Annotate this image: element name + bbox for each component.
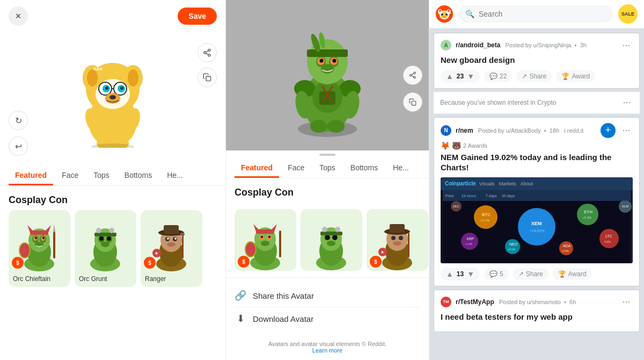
svg-line-97 bbox=[412, 74, 414, 75]
middle-tab-head[interactable]: He... bbox=[386, 159, 415, 178]
feed-meta-nem: r/nem Posted by u/AttackBody • 18h i.red… bbox=[456, 127, 596, 134]
svg-text:30 days
            100 days
 : 30 days 100 days 1 year Market Cap CoinP… bbox=[502, 194, 515, 198]
download-avatar-label: Download Avatar bbox=[253, 314, 313, 323]
sale-badge[interactable]: SALE bbox=[618, 4, 638, 24]
comments-button-nem[interactable]: 💬 5 bbox=[484, 268, 509, 280]
rotate-button[interactable]: ↻ bbox=[9, 111, 28, 130]
svg-text:7 days: 7 days bbox=[486, 194, 497, 198]
posted-by: Posted by u/shimamoto bbox=[499, 299, 561, 305]
source: i.redd.it bbox=[564, 127, 583, 134]
svg-text:+2.1%: +2.1% bbox=[480, 219, 490, 222]
interest-more-button[interactable]: ··· bbox=[620, 96, 633, 109]
share-post-button[interactable]: ↗ Share bbox=[516, 70, 552, 82]
middle-section-title: Cosplay Con bbox=[226, 178, 429, 203]
svg-rect-104 bbox=[256, 229, 274, 234]
svg-marker-42 bbox=[53, 224, 55, 232]
premium-badge: $ bbox=[370, 256, 382, 268]
award-count: 2 Awards bbox=[463, 142, 487, 149]
svg-point-158 bbox=[505, 239, 520, 254]
learn-more-link[interactable]: Learn more bbox=[312, 347, 342, 354]
tab-bottoms[interactable]: Bottoms bbox=[118, 167, 158, 185]
middle-copy-button[interactable] bbox=[403, 92, 422, 112]
middle-avatar-card-2[interactable]: Orc Grunt bbox=[301, 209, 362, 271]
more-options-button[interactable]: ··· bbox=[620, 39, 633, 52]
svg-rect-60 bbox=[164, 225, 179, 234]
close-button[interactable]: × bbox=[9, 6, 28, 26]
user-avatar[interactable] bbox=[436, 5, 453, 23]
svg-text:★: ★ bbox=[380, 250, 384, 255]
downvote-button[interactable]: ▼ bbox=[466, 72, 475, 81]
download-avatar-row[interactable]: ⬇ Download Avatar bbox=[235, 307, 420, 330]
premium-badge: $ bbox=[238, 256, 250, 268]
subreddit-name[interactable]: r/android_beta bbox=[456, 41, 500, 49]
svg-point-152 bbox=[461, 233, 478, 250]
middle-tab-bottoms[interactable]: Bottoms bbox=[344, 159, 384, 178]
middle-share-button[interactable] bbox=[403, 66, 422, 85]
svg-rect-66 bbox=[182, 234, 184, 258]
upvote-button-nem[interactable]: ▲ bbox=[445, 270, 455, 278]
award-icon: 🏆 bbox=[561, 73, 569, 80]
award-button[interactable]: 🏆 Award bbox=[556, 70, 595, 82]
award-nem-button[interactable]: 🏆 Award bbox=[553, 268, 592, 280]
search-input[interactable] bbox=[479, 10, 606, 18]
undo-button[interactable]: ↩ bbox=[9, 136, 28, 156]
svg-point-94 bbox=[410, 74, 412, 76]
reddit-snoo-avatar bbox=[436, 5, 453, 23]
svg-text:BTC: BTC bbox=[482, 212, 491, 217]
feed-card-gboard: A r/android_beta Posted by u/SnipingNinj… bbox=[434, 33, 640, 89]
svg-text:XLM: XLM bbox=[622, 205, 628, 208]
subreddit-name[interactable]: r/nem bbox=[456, 127, 473, 134]
subreddit-name[interactable]: r/TestMyApp bbox=[456, 298, 494, 306]
middle-tab-featured[interactable]: Featured bbox=[235, 159, 279, 178]
tab-tops[interactable]: Tops bbox=[87, 167, 116, 185]
subreddit-icon-nem: N bbox=[441, 125, 451, 136]
comments-button[interactable]: 💬 22 bbox=[484, 70, 512, 82]
avatar-card-name: Orc Grunt bbox=[75, 272, 136, 287]
more-options-button-nem[interactable]: ··· bbox=[620, 124, 633, 137]
tab-head[interactable]: He... bbox=[160, 167, 189, 185]
middle-avatar-grid: $ Orc Chieftain Orc Grunt bbox=[226, 203, 429, 277]
share-icon: ↗ bbox=[518, 270, 524, 278]
avatar-card-orc-grunt[interactable]: Orc Grunt bbox=[75, 210, 136, 287]
share-avatar-label: Share this Avatar bbox=[253, 291, 314, 300]
svg-point-12 bbox=[120, 87, 123, 90]
upvote-button[interactable]: ▲ bbox=[445, 72, 455, 81]
svg-point-137 bbox=[442, 16, 447, 18]
save-button[interactable]: Save bbox=[178, 8, 217, 25]
middle-avatar-card-3[interactable]: ★ $ Ranger bbox=[367, 209, 428, 271]
vote-row: ▲ 23 ▼ bbox=[441, 70, 480, 83]
crypto-chart-svg: XEM +19.02% BTC +2.1% ETH +5.3% XRP +1.2… bbox=[441, 190, 633, 263]
interest-text: Because you've shown interest in Crypto bbox=[440, 99, 556, 106]
search-bar[interactable]: 🔍 bbox=[458, 6, 613, 22]
copy-button[interactable] bbox=[197, 68, 217, 87]
svg-point-87 bbox=[333, 59, 336, 63]
share-avatar-row[interactable]: 🔗 Share this Avatar bbox=[235, 284, 420, 307]
avatar-card-name: Orc Chieftain bbox=[9, 272, 70, 287]
tab-face[interactable]: Face bbox=[55, 167, 85, 185]
svg-text:Price: Price bbox=[445, 194, 454, 198]
svg-point-38 bbox=[35, 237, 37, 239]
tab-featured[interactable]: Featured bbox=[9, 167, 53, 185]
more-options-button-testmyapp[interactable]: ··· bbox=[620, 296, 633, 308]
middle-tab-tops[interactable]: Tops bbox=[313, 159, 342, 178]
share-button[interactable] bbox=[197, 43, 217, 62]
middle-footer: Avatars and avatar visual elements © Red… bbox=[226, 336, 429, 360]
svg-point-143 bbox=[518, 208, 555, 246]
sale-label: SALE bbox=[621, 11, 634, 17]
middle-avatar-card-1[interactable]: $ Orc Chieftain bbox=[235, 209, 296, 271]
premium-badge: $ bbox=[12, 257, 24, 269]
middle-tab-face[interactable]: Face bbox=[281, 159, 311, 178]
avatar-card-orc-chieftain[interactable]: ☆ $ Orc Chieftain bbox=[9, 210, 70, 287]
downvote-button-nem[interactable]: ▼ bbox=[466, 270, 475, 278]
vote-count-nem: 13 bbox=[457, 270, 464, 278]
svg-point-50 bbox=[99, 236, 104, 241]
award-icon-2: 🐻 bbox=[452, 141, 461, 150]
share-nem-button[interactable]: ↗ Share bbox=[513, 268, 548, 280]
avatar-card-ranger[interactable]: ★ $ Ranger bbox=[141, 210, 202, 287]
svg-rect-125 bbox=[390, 224, 405, 233]
feed-meta-testmyapp: r/TestMyApp Posted by u/shimamoto • 6h bbox=[456, 298, 616, 306]
middle-bottom-actions: 🔗 Share this Avatar ⬇ Download Avatar bbox=[226, 277, 429, 336]
search-icon: 🔍 bbox=[465, 10, 474, 18]
dog-avatar-svg: XAN bbox=[64, 40, 161, 148]
join-button[interactable]: + bbox=[601, 123, 616, 138]
